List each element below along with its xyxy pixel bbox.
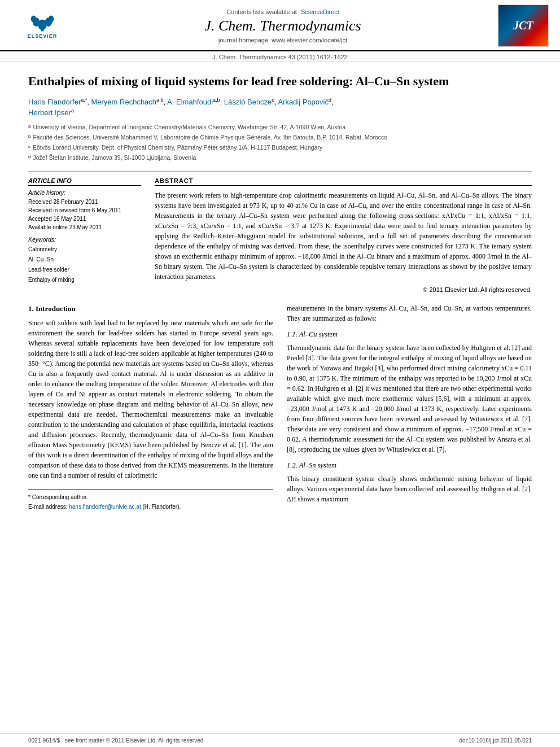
- affil-b-text: Faculté des Sciences, Université Mohamme…: [33, 133, 387, 142]
- intro-paragraph-1: Since soft solders with lead had to be r…: [28, 318, 273, 480]
- elsevier-logo: ELSEVIER: [11, 10, 73, 41]
- keywords-title: Keywords:: [28, 236, 141, 243]
- footer-doi: doi:10.1016/j.jct.2011.05.021: [460, 737, 532, 744]
- keyword-1: Calorimetry: [28, 244, 141, 255]
- author-bencze: László Bencze: [224, 98, 272, 106]
- main-content: Enthalpies of mixing of liquid systems f…: [0, 62, 560, 733]
- elsevier-tree-icon: [28, 12, 56, 32]
- affil-d: d Jožef Štefan Institute, Jamova 39, SI-…: [28, 154, 532, 163]
- elsevier-label: ELSEVIER: [28, 33, 58, 39]
- author-popovic-sup: d: [329, 97, 331, 103]
- author-bencze-sup: c: [272, 97, 274, 103]
- author-elmahfoudi: A. Elmahfoudi: [167, 98, 213, 106]
- footnote-email: E-mail address: hans.flandorfer@univie.a…: [28, 503, 273, 511]
- page-footer: 0021-9614/$ - see front matter © 2011 El…: [0, 733, 560, 747]
- author-ipser: Herbert Ipser: [28, 109, 71, 117]
- footnote-corresponding: * Corresponding author.: [28, 493, 273, 501]
- contents-line: Contents lists available at ScienceDirec…: [226, 8, 339, 15]
- article-info-title: ARTICLE INFO: [28, 177, 141, 186]
- received-line: Received 28 February 2011: [28, 198, 141, 206]
- author-elmahfoudi-sup: a,b: [213, 97, 220, 103]
- keywords-text: Calorimetry Al–Cu–Sn Lead-free solder En…: [28, 244, 141, 285]
- author-meryem: Meryem Rechchach: [91, 98, 156, 106]
- affil-a-text: University of Vienna, Department of Inor…: [33, 123, 345, 132]
- sciencedirect-link[interactable]: ScienceDirect: [301, 8, 339, 15]
- header-center: Contents lists available at ScienceDirec…: [79, 8, 487, 43]
- subsec1-number: 1.1.: [287, 330, 298, 338]
- affil-a: a University of Vienna, Department of In…: [28, 123, 532, 132]
- email-address[interactable]: hans.flandorfer@univie.ac.at: [69, 504, 141, 510]
- right-intro-text: measurements in the binary systems Al–Cu…: [287, 303, 532, 324]
- body-col-right: measurements in the binary systems Al–Cu…: [287, 303, 532, 513]
- journal-header: ELSEVIER Contents lists available at Sci…: [0, 0, 560, 51]
- received: Received 28 February 2011 Received in re…: [28, 198, 141, 231]
- cover-text: JCT: [513, 19, 533, 32]
- abstract-column: ABSTRACT The present work refers to high…: [155, 177, 532, 293]
- affil-c: c Eötvös Loránd University, Dept. of Phy…: [28, 143, 532, 152]
- intro-number: 1.: [28, 304, 34, 313]
- history-title: Article history:: [28, 189, 141, 196]
- subsec1-name: Al–Cu system: [299, 330, 338, 338]
- keyword-3: Lead-free solder: [28, 265, 141, 275]
- author-meryem-sup: a,b: [156, 97, 164, 103]
- footnote-area: * Corresponding author. E-mail address: …: [28, 490, 273, 511]
- header-right: JCT: [487, 5, 549, 47]
- authors: Hans Flandorfera,*, Meryem Rechchacha,b,…: [28, 97, 532, 119]
- author-hans: Hans Flandorfer: [28, 98, 81, 106]
- divider-1: [28, 171, 532, 172]
- journal-title-header: J. Chem. Thermodynamics: [204, 18, 361, 34]
- subsec2-number: 1.2.: [287, 461, 298, 469]
- author-ipser-sup: a: [71, 108, 74, 113]
- journal-cover-image: JCT: [498, 5, 549, 47]
- journal-homepage: journal homepage: www.elsevier.com/locat…: [218, 37, 347, 43]
- subsec2-title: 1.2. Al–Sn system: [287, 460, 532, 471]
- abstract-text: The present work refers to high-temperat…: [155, 190, 532, 282]
- subsec1-title: 1.1. Al–Cu system: [287, 329, 532, 340]
- affil-b: b Faculté des Sciences, Université Moham…: [28, 133, 532, 142]
- intro-title: Introduction: [36, 304, 76, 313]
- svg-point-5: [49, 15, 54, 22]
- paper-title: Enthalpies of mixing of liquid systems f…: [28, 73, 532, 90]
- footer-issn: 0021-9614/$ - see front matter © 2011 El…: [28, 737, 205, 744]
- article-info-abstract: ARTICLE INFO Article history: Received 2…: [28, 177, 532, 293]
- body-content: 1. Introduction Since soft solders with …: [28, 303, 532, 513]
- author-hans-sup: a,*: [81, 97, 87, 103]
- homepage-text: journal homepage: www.elsevier.com/locat…: [218, 37, 347, 43]
- affil-d-text: Jožef Štefan Institute, Jamova 39, SI-10…: [33, 154, 196, 163]
- body-col-left: 1. Introduction Since soft solders with …: [28, 303, 273, 513]
- accepted-line: Accepted 16 May 2011: [28, 215, 141, 223]
- revised-line: Received in revised form 6 May 2011: [28, 206, 141, 215]
- subsec2-name: Al–Sn system: [299, 461, 336, 469]
- abstract-title: ABSTRACT: [155, 177, 532, 186]
- affiliations: a University of Vienna, Department of In…: [28, 123, 532, 162]
- email-label: E-mail address:: [28, 504, 67, 510]
- contents-text: Contents lists available at: [226, 8, 297, 15]
- affil-c-text: Eötvös Loránd University, Dept. of Physi…: [33, 143, 322, 152]
- email-suffix: (H. Flandorfer).: [142, 504, 181, 510]
- citation-bar: J. Chem. Thermodynamics 43 (2011) 1612–1…: [0, 51, 560, 62]
- header-left: ELSEVIER: [11, 10, 79, 41]
- svg-point-4: [31, 15, 36, 22]
- article-info-column: ARTICLE INFO Article history: Received 2…: [28, 177, 141, 293]
- keyword-2: Al–Cu–Sn: [28, 255, 141, 265]
- available-line: Available online 23 May 2011: [28, 223, 141, 231]
- copyright-line: © 2011 Elsevier Ltd. All rights reserved…: [155, 286, 532, 293]
- intro-section-title: 1. Introduction: [28, 303, 273, 314]
- author-popovic: Arkadij Popovič: [278, 98, 329, 106]
- page: ELSEVIER Contents lists available at Sci…: [0, 0, 560, 747]
- subsec1-text: Thermodynamic data for the binary system…: [287, 343, 532, 455]
- keyword-4: Enthalpy of mixing: [28, 275, 141, 285]
- subsec2-text: This binary constituent system clearly s…: [287, 474, 532, 504]
